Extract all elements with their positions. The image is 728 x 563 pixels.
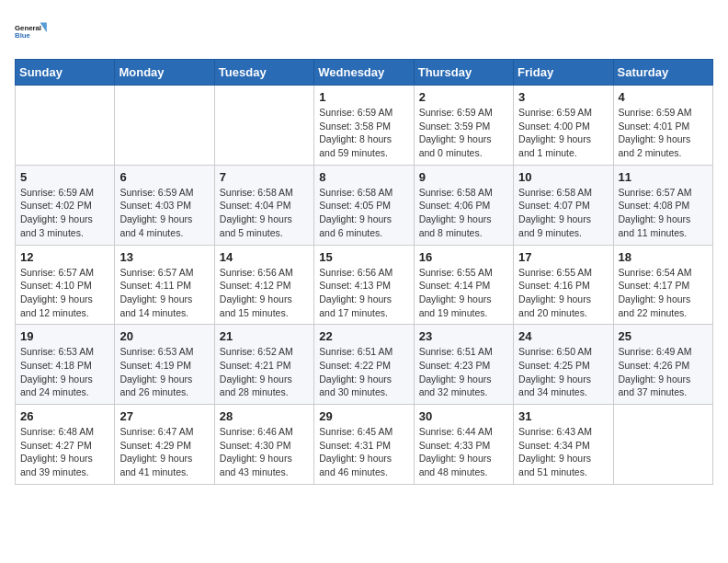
day-number: 12 [20, 250, 109, 264]
day-info: Sunrise: 6:47 AM [119, 425, 209, 439]
day-number: 10 [518, 170, 608, 184]
day-number: 22 [319, 329, 408, 343]
day-info: Daylight: 9 hours and 19 minutes. [419, 293, 508, 319]
day-info: Sunset: 4:13 PM [319, 279, 408, 293]
day-info: Sunset: 4:01 PM [619, 120, 708, 133]
day-info: Daylight: 9 hours and 4 minutes. [119, 213, 209, 239]
calendar-cell: 22Sunrise: 6:51 AMSunset: 4:22 PMDayligh… [314, 325, 414, 405]
day-info: Sunrise: 6:52 AM [220, 345, 309, 359]
day-info: Sunset: 4:12 PM [220, 279, 309, 293]
page-header: General Blue [15, 15, 713, 48]
day-number: 30 [419, 409, 508, 423]
day-info: Sunrise: 6:53 AM [20, 345, 109, 359]
day-info: Daylight: 9 hours and 11 minutes. [619, 213, 708, 239]
header-saturday: Saturday [613, 60, 712, 86]
day-info: Daylight: 9 hours and 37 minutes. [619, 373, 708, 399]
day-info: Sunrise: 6:59 AM [20, 186, 109, 200]
calendar-cell: 13Sunrise: 6:57 AMSunset: 4:11 PMDayligh… [115, 245, 214, 325]
day-number: 17 [518, 250, 608, 264]
day-info: Sunset: 4:31 PM [319, 439, 408, 453]
day-number: 23 [419, 329, 508, 343]
day-info: Sunset: 4:26 PM [619, 359, 708, 373]
calendar-cell: 23Sunrise: 6:51 AMSunset: 4:23 PMDayligh… [414, 325, 513, 405]
day-info: Sunset: 4:04 PM [220, 199, 309, 213]
day-info: Daylight: 9 hours and 51 minutes. [518, 452, 608, 478]
calendar-cell: 2Sunrise: 6:59 AMSunset: 3:59 PMDaylight… [414, 86, 513, 166]
week-row-5: 26Sunrise: 6:48 AMSunset: 4:27 PMDayligh… [16, 405, 713, 485]
day-info: Sunrise: 6:57 AM [119, 266, 209, 280]
day-number: 25 [619, 329, 708, 343]
day-info: Sunrise: 6:58 AM [518, 186, 608, 200]
svg-text:Blue: Blue [15, 31, 31, 40]
day-number: 26 [20, 409, 109, 423]
day-info: Sunrise: 6:57 AM [619, 186, 708, 200]
day-info: Sunset: 4:29 PM [119, 439, 209, 453]
calendar-cell: 28Sunrise: 6:46 AMSunset: 4:30 PMDayligh… [214, 405, 313, 485]
day-info: Sunset: 4:22 PM [319, 359, 408, 373]
day-info: Sunset: 4:03 PM [119, 199, 209, 213]
calendar-cell: 31Sunrise: 6:43 AMSunset: 4:34 PMDayligh… [514, 405, 613, 485]
day-info: Daylight: 8 hours and 59 minutes. [319, 132, 408, 159]
day-info: Daylight: 9 hours and 20 minutes. [518, 293, 608, 319]
day-number: 15 [319, 250, 408, 264]
day-number: 5 [20, 170, 109, 184]
calendar-cell: 5Sunrise: 6:59 AMSunset: 4:02 PMDaylight… [16, 165, 115, 245]
day-info: Daylight: 9 hours and 39 minutes. [20, 452, 109, 478]
week-row-4: 19Sunrise: 6:53 AMSunset: 4:18 PMDayligh… [16, 325, 713, 405]
day-info: Sunset: 4:23 PM [419, 359, 508, 373]
day-info: Sunset: 4:11 PM [119, 279, 209, 293]
day-info: Sunset: 4:08 PM [619, 199, 708, 213]
day-info: Sunrise: 6:51 AM [319, 345, 408, 359]
svg-text:General: General [15, 24, 41, 32]
day-info: Daylight: 9 hours and 2 minutes. [619, 132, 708, 159]
calendar-table: SundayMondayTuesdayWednesdayThursdayFrid… [15, 59, 713, 485]
day-info: Sunset: 4:06 PM [419, 199, 508, 213]
header-friday: Friday [514, 60, 613, 86]
day-number: 16 [419, 250, 508, 264]
weekday-header-row: SundayMondayTuesdayWednesdayThursdayFrid… [16, 60, 713, 86]
day-info: Daylight: 9 hours and 5 minutes. [220, 213, 309, 239]
day-info: Sunset: 4:21 PM [220, 359, 309, 373]
day-info: Sunrise: 6:51 AM [419, 345, 508, 359]
calendar-cell: 7Sunrise: 6:58 AMSunset: 4:04 PMDaylight… [214, 165, 313, 245]
day-info: Sunrise: 6:46 AM [220, 425, 309, 439]
day-number: 29 [319, 409, 408, 423]
day-number: 3 [518, 90, 608, 104]
day-info: Daylight: 9 hours and 8 minutes. [419, 213, 508, 239]
calendar-cell: 10Sunrise: 6:58 AMSunset: 4:07 PMDayligh… [514, 165, 613, 245]
day-info: Sunset: 4:25 PM [518, 359, 608, 373]
day-info: Sunrise: 6:59 AM [518, 106, 608, 120]
day-info: Daylight: 9 hours and 12 minutes. [20, 293, 109, 319]
day-info: Sunrise: 6:58 AM [419, 186, 508, 200]
day-info: Daylight: 9 hours and 26 minutes. [119, 373, 209, 399]
day-number: 14 [220, 250, 309, 264]
day-info: Daylight: 9 hours and 1 minute. [518, 132, 608, 159]
calendar-cell: 21Sunrise: 6:52 AMSunset: 4:21 PMDayligh… [214, 325, 313, 405]
day-info: Sunset: 3:59 PM [419, 120, 508, 133]
calendar-cell: 9Sunrise: 6:58 AMSunset: 4:06 PMDaylight… [414, 165, 513, 245]
day-info: Sunrise: 6:58 AM [319, 186, 408, 200]
day-info: Daylight: 9 hours and 30 minutes. [319, 373, 408, 399]
day-info: Daylight: 9 hours and 32 minutes. [419, 373, 508, 399]
day-info: Daylight: 9 hours and 24 minutes. [20, 373, 109, 399]
day-info: Daylight: 9 hours and 15 minutes. [220, 293, 309, 319]
day-info: Sunset: 4:33 PM [419, 439, 508, 453]
calendar-cell: 4Sunrise: 6:59 AMSunset: 4:01 PMDaylight… [613, 86, 712, 166]
day-info: Sunset: 4:00 PM [518, 120, 608, 133]
day-info: Daylight: 9 hours and 17 minutes. [319, 293, 408, 319]
day-info: Daylight: 9 hours and 14 minutes. [119, 293, 209, 319]
calendar-cell: 30Sunrise: 6:44 AMSunset: 4:33 PMDayligh… [414, 405, 513, 485]
calendar-cell: 24Sunrise: 6:50 AMSunset: 4:25 PMDayligh… [514, 325, 613, 405]
day-number: 9 [419, 170, 508, 184]
day-info: Sunrise: 6:43 AM [518, 425, 608, 439]
calendar-cell: 25Sunrise: 6:49 AMSunset: 4:26 PMDayligh… [613, 325, 712, 405]
day-info: Sunrise: 6:56 AM [220, 266, 309, 280]
calendar-cell: 20Sunrise: 6:53 AMSunset: 4:19 PMDayligh… [115, 325, 214, 405]
calendar-cell: 17Sunrise: 6:55 AMSunset: 4:16 PMDayligh… [514, 245, 613, 325]
day-info: Sunrise: 6:50 AM [518, 345, 608, 359]
calendar-cell: 12Sunrise: 6:57 AMSunset: 4:10 PMDayligh… [16, 245, 115, 325]
day-info: Daylight: 9 hours and 9 minutes. [518, 213, 608, 239]
calendar-cell: 3Sunrise: 6:59 AMSunset: 4:00 PMDaylight… [514, 86, 613, 166]
day-info: Sunrise: 6:58 AM [220, 186, 309, 200]
day-info: Sunset: 4:10 PM [20, 279, 109, 293]
